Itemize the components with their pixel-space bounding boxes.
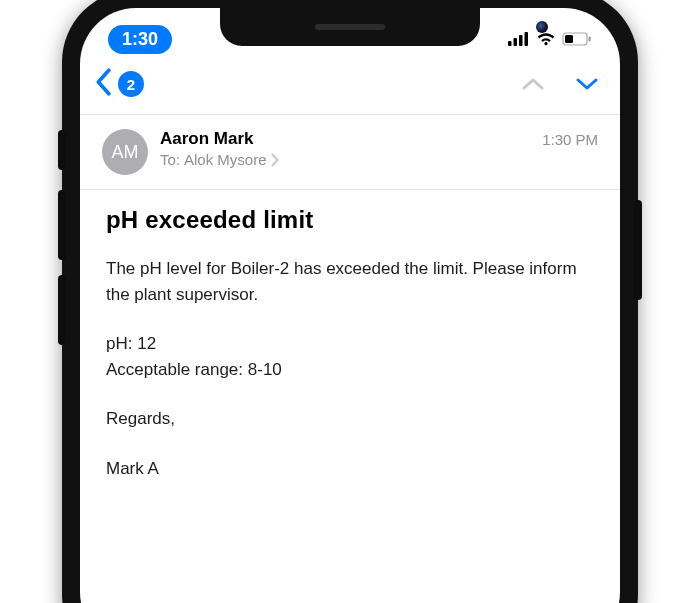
svg-rect-2 [519,35,523,46]
body-intro: The pH level for Boiler-2 has exceeded t… [106,256,594,307]
phone-volume-down [58,275,66,345]
wifi-icon [536,32,556,46]
ph-range-line: Acceptable range: 8-10 [106,357,594,383]
chevron-right-icon [271,153,279,167]
message-text: The pH level for Boiler-2 has exceeded t… [106,256,594,481]
body-signature: Mark A [106,456,594,482]
previous-message-button[interactable] [520,71,546,97]
recipient-label: To: [160,151,180,168]
next-message-button[interactable] [574,71,600,97]
phone-screen: 1:30 [80,8,620,603]
svg-rect-3 [525,32,529,46]
body-regards: Regards, [106,406,594,432]
sender-avatar[interactable]: AM [102,129,148,175]
back-button[interactable] [94,68,112,100]
message-header: AM Aaron Mark To: Alok Mysore 1:30 PM [80,115,620,190]
svg-rect-6 [589,37,591,42]
ph-value-line: pH: 12 [106,331,594,357]
svg-rect-5 [565,35,573,43]
svg-rect-1 [514,38,518,46]
status-time-pill[interactable]: 1:30 [108,25,172,54]
phone-frame: 1:30 [62,0,638,603]
phone-mute-switch [58,130,66,170]
recipient-name: Alok Mysore [184,151,267,168]
phone-volume-up [58,190,66,260]
nav-bar: 2 [80,60,620,115]
unread-badge[interactable]: 2 [118,71,144,97]
sender-name[interactable]: Aaron Mark [160,129,530,149]
battery-icon [562,32,592,46]
cellular-signal-icon [508,32,530,46]
recipient-line[interactable]: To: Alok Mysore [160,151,530,168]
svg-rect-0 [508,41,512,46]
body-values: pH: 12 Acceptable range: 8-10 [106,331,594,382]
message-body: pH exceeded limit The pH level for Boile… [80,190,620,497]
message-time: 1:30 PM [542,131,598,148]
message-subject: pH exceeded limit [106,206,594,234]
status-bar: 1:30 [80,8,620,60]
phone-power-button [634,200,642,300]
